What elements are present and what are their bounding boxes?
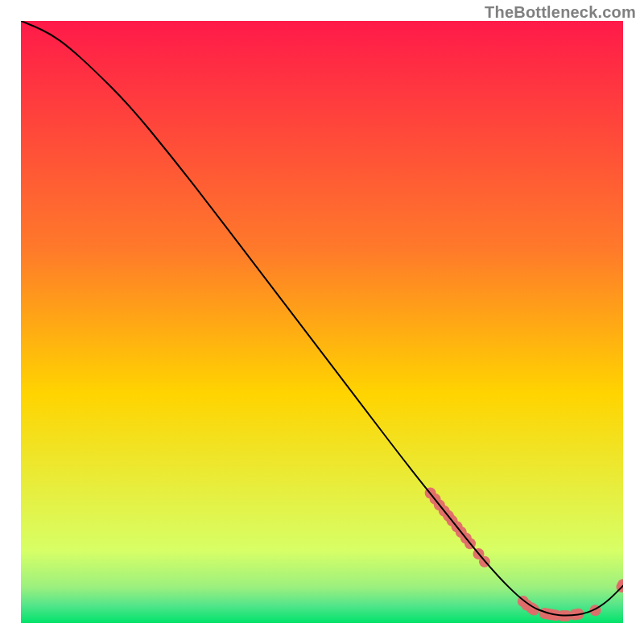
chart-stage: TheBottleneck.com xyxy=(0,0,644,644)
chart-svg xyxy=(0,0,644,644)
data-point xyxy=(617,579,629,590)
gradient-background xyxy=(21,21,623,623)
watermark-text: TheBottleneck.com xyxy=(485,3,636,22)
